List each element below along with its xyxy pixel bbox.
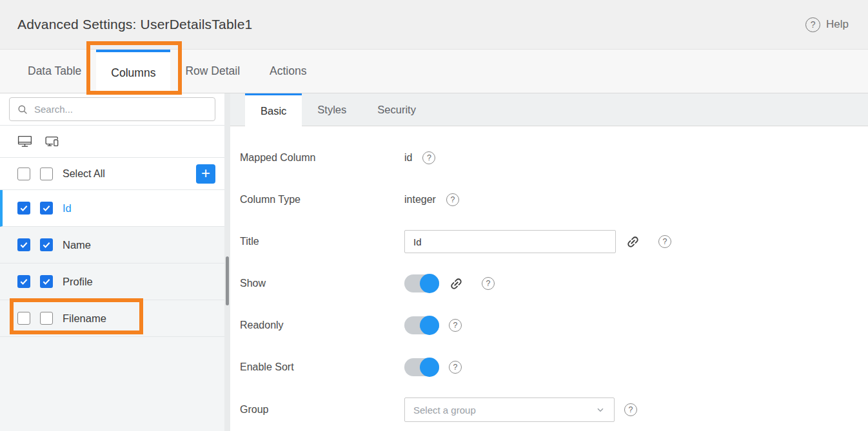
help-icon[interactable]: ? — [422, 151, 435, 164]
field-group: Group Select a group ? — [240, 397, 855, 422]
title-input[interactable] — [404, 230, 616, 253]
field-show: Show ? — [240, 272, 855, 295]
field-readonly: Readonly ? — [240, 314, 855, 337]
field-label: Mapped Column — [240, 152, 404, 164]
help-icon[interactable]: ? — [482, 277, 495, 290]
bind-link-icon[interactable] — [446, 273, 467, 294]
check-icon — [42, 277, 51, 286]
check-icon — [19, 277, 28, 286]
search-icon — [17, 104, 28, 115]
select-all-mobile-checkbox[interactable] — [40, 168, 53, 180]
field-label: Title — [240, 236, 404, 247]
select-all-label: Select All — [63, 168, 186, 180]
column-item-label: Id — [63, 202, 72, 215]
field-label: Column Type — [240, 194, 404, 206]
sidebar-scrollbar-thumb[interactable] — [226, 256, 229, 305]
sidebar-search-row — [0, 93, 224, 126]
column-item-filename[interactable]: Filename — [0, 300, 224, 337]
desktop-visibility-checkbox[interactable] — [17, 238, 30, 251]
readonly-toggle[interactable] — [404, 316, 439, 335]
column-item-profile[interactable]: Profile — [0, 263, 224, 300]
columns-sidebar: Select All + Id — [0, 93, 230, 431]
help-icon[interactable]: ? — [449, 361, 462, 374]
dialog-header: Advanced Settings: UserDetailsTable1 ? H… — [0, 0, 868, 49]
check-icon — [19, 240, 28, 249]
help-question-icon: ? — [805, 17, 820, 32]
column-item-label: Name — [63, 239, 91, 251]
mobile-visibility-checkbox[interactable] — [40, 312, 53, 325]
enable-sort-toggle[interactable] — [404, 358, 439, 377]
main-tab-bar: Data Table Columns Row Detail Actions — [0, 49, 868, 93]
toggle-thumb — [420, 358, 439, 377]
group-select-placeholder: Select a group — [413, 405, 476, 416]
column-item-name[interactable]: Name — [0, 227, 224, 263]
search-input[interactable] — [34, 104, 208, 115]
mapped-column-value: id — [404, 152, 412, 164]
select-all-desktop-checkbox[interactable] — [17, 168, 30, 180]
field-label: Show — [240, 278, 404, 289]
tab-columns[interactable]: Columns — [96, 50, 170, 93]
check-icon — [19, 204, 28, 213]
field-enable-sort: Enable Sort ? — [240, 356, 855, 379]
tab-data-table[interactable]: Data Table — [13, 50, 96, 93]
tab-row-detail[interactable]: Row Detail — [170, 50, 255, 93]
desktop-visibility-checkbox[interactable] — [17, 202, 30, 215]
tab-actions[interactable]: Actions — [255, 50, 321, 93]
help-icon[interactable]: ? — [446, 193, 459, 206]
column-item-id[interactable]: Id — [0, 190, 224, 227]
panel-tab-bar: Basic Styles Security — [230, 93, 868, 126]
tab-basic[interactable]: Basic — [245, 93, 302, 126]
mobile-visibility-checkbox[interactable] — [40, 238, 53, 251]
tab-security[interactable]: Security — [362, 93, 431, 126]
field-column-type: Column Type integer ? — [240, 188, 855, 211]
bind-link-icon[interactable] — [622, 231, 644, 253]
mobile-visibility-checkbox[interactable] — [40, 275, 53, 288]
desktop-visibility-checkbox[interactable] — [17, 275, 30, 288]
chevron-down-icon — [595, 405, 606, 415]
column-settings-panel: Basic Styles Security Mapped Column id ?… — [230, 93, 868, 431]
field-title: Title ? — [240, 230, 855, 253]
field-label: Group — [240, 404, 404, 416]
mobile-visibility-checkbox[interactable] — [40, 202, 53, 215]
desktop-icon — [17, 133, 33, 149]
sidebar-scrollbar-track[interactable] — [224, 93, 230, 431]
device-columns-header — [0, 126, 224, 158]
column-item-label: Filename — [63, 312, 106, 325]
devices-icon — [44, 133, 60, 149]
basic-settings-form: Mapped Column id ? Column Type integer ? — [230, 126, 868, 431]
add-column-button[interactable]: + — [196, 164, 215, 184]
select-all-row: Select All + — [0, 158, 224, 190]
toggle-thumb — [420, 274, 439, 293]
toggle-thumb — [420, 316, 439, 335]
column-type-value: integer — [404, 194, 436, 206]
help-icon[interactable]: ? — [449, 319, 462, 332]
help-button[interactable]: ? Help — [805, 17, 849, 32]
advanced-settings-dialog: Advanced Settings: UserDetailsTable1 ? H… — [0, 0, 868, 431]
help-label: Help — [826, 18, 849, 31]
search-box[interactable] — [9, 97, 215, 121]
desktop-visibility-checkbox[interactable] — [17, 312, 30, 325]
dialog-title: Advanced Settings: UserDetailsTable1 — [17, 17, 252, 32]
column-item-label: Profile — [63, 276, 93, 288]
help-icon[interactable]: ? — [658, 235, 671, 248]
check-icon — [42, 240, 51, 249]
tab-styles[interactable]: Styles — [302, 93, 362, 126]
help-icon[interactable]: ? — [624, 403, 637, 416]
field-label: Readonly — [240, 320, 404, 331]
field-label: Enable Sort — [240, 361, 404, 373]
field-mapped-column: Mapped Column id ? — [240, 146, 855, 169]
show-toggle[interactable] — [404, 274, 439, 293]
group-select[interactable]: Select a group — [404, 397, 615, 422]
check-icon — [42, 204, 51, 213]
